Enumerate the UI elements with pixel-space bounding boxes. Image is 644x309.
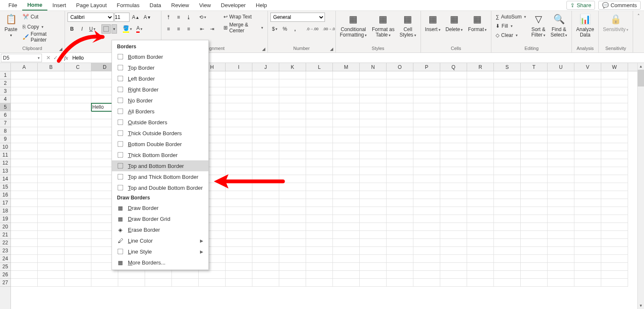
- cell-W10[interactable]: [601, 143, 628, 151]
- cell-P19[interactable]: [413, 215, 440, 223]
- cell-B22[interactable]: [38, 239, 65, 247]
- cell-I15[interactable]: [226, 183, 252, 191]
- cell-W21[interactable]: [601, 231, 628, 239]
- copy-button[interactable]: ⎘Copy: [21, 23, 62, 31]
- cell-C8[interactable]: [65, 127, 91, 135]
- cell-Q13[interactable]: [440, 167, 467, 175]
- cell-S6[interactable]: [494, 111, 521, 119]
- collapse-ribbon-button[interactable]: ˄: [633, 11, 644, 52]
- cell-S1[interactable]: [494, 71, 521, 79]
- column-header-B[interactable]: B: [38, 63, 65, 71]
- cell-M2[interactable]: [333, 79, 360, 87]
- cell-I18[interactable]: [226, 207, 252, 215]
- cell-J26[interactable]: [252, 271, 279, 279]
- orientation-button[interactable]: ⟲: [197, 13, 208, 22]
- cell-U20[interactable]: [548, 223, 574, 231]
- tab-formulas[interactable]: Formulas: [112, 0, 145, 10]
- cell-L16[interactable]: [306, 191, 333, 199]
- cell-P2[interactable]: [413, 79, 440, 87]
- cell-K6[interactable]: [279, 111, 306, 119]
- cell-P3[interactable]: [413, 87, 440, 95]
- cell-V8[interactable]: [574, 127, 601, 135]
- tab-review[interactable]: Review: [166, 0, 194, 10]
- cell-J15[interactable]: [252, 183, 279, 191]
- cell-U16[interactable]: [548, 191, 574, 199]
- cell-Q27[interactable]: [440, 279, 467, 287]
- cell-N25[interactable]: [360, 263, 387, 271]
- row-header-8[interactable]: 8: [0, 127, 10, 135]
- italic-button[interactable]: I: [78, 24, 87, 34]
- cell-V23[interactable]: [574, 247, 601, 255]
- row-header-9[interactable]: 9: [0, 135, 10, 143]
- cell-I22[interactable]: [226, 239, 252, 247]
- cell-V1[interactable]: [574, 71, 601, 79]
- insert-cells-button[interactable]: ▦Insert: [423, 13, 442, 32]
- cell-N26[interactable]: [360, 271, 387, 279]
- cell-L6[interactable]: [306, 111, 333, 119]
- cell-N11[interactable]: [360, 151, 387, 159]
- cell-N13[interactable]: [360, 167, 387, 175]
- cell-W14[interactable]: [601, 175, 628, 183]
- cell-L18[interactable]: [306, 207, 333, 215]
- cell-W6[interactable]: [601, 111, 628, 119]
- increase-font-button[interactable]: A▲: [130, 13, 141, 22]
- cell-S18[interactable]: [494, 207, 521, 215]
- tab-home[interactable]: Home: [22, 0, 47, 10]
- cell-M24[interactable]: [333, 255, 360, 263]
- cell-M8[interactable]: [333, 127, 360, 135]
- cell-O23[interactable]: [387, 247, 413, 255]
- cell-U15[interactable]: [548, 183, 574, 191]
- cell-L5[interactable]: [306, 103, 333, 111]
- border-option-erase-border[interactable]: ◈Erase Border: [112, 224, 208, 235]
- cell-W15[interactable]: [601, 183, 628, 191]
- column-header-Q[interactable]: Q: [440, 63, 467, 71]
- column-header-I[interactable]: I: [226, 63, 252, 71]
- cell-P9[interactable]: [413, 135, 440, 143]
- cell-T25[interactable]: [521, 263, 548, 271]
- cell-L23[interactable]: [306, 247, 333, 255]
- cell-A15[interactable]: [11, 183, 38, 191]
- cell-Q1[interactable]: [440, 71, 467, 79]
- cell-K11[interactable]: [279, 151, 306, 159]
- cell-M4[interactable]: [333, 95, 360, 103]
- row-header-27[interactable]: 27: [0, 279, 10, 287]
- cell-V27[interactable]: [574, 279, 601, 287]
- cell-R15[interactable]: [467, 183, 494, 191]
- cell-R5[interactable]: [467, 103, 494, 111]
- cell-T22[interactable]: [521, 239, 548, 247]
- column-header-S[interactable]: S: [494, 63, 521, 71]
- cell-O15[interactable]: [387, 183, 413, 191]
- cell-L9[interactable]: [306, 135, 333, 143]
- cell-K19[interactable]: [279, 215, 306, 223]
- cell-D26[interactable]: [91, 271, 118, 279]
- font-family-select[interactable]: Calibri: [68, 13, 114, 22]
- cell-T9[interactable]: [521, 135, 548, 143]
- cell-I20[interactable]: [226, 223, 252, 231]
- cell-N8[interactable]: [360, 127, 387, 135]
- cell-B16[interactable]: [38, 191, 65, 199]
- cell-W16[interactable]: [601, 191, 628, 199]
- cell-A10[interactable]: [11, 143, 38, 151]
- cell-A27[interactable]: [11, 279, 38, 287]
- cell-K15[interactable]: [279, 183, 306, 191]
- cell-P16[interactable]: [413, 191, 440, 199]
- cell-F26[interactable]: [145, 271, 172, 279]
- cell-S3[interactable]: [494, 87, 521, 95]
- cell-U8[interactable]: [548, 127, 574, 135]
- cell-M12[interactable]: [333, 159, 360, 167]
- cell-O17[interactable]: [387, 199, 413, 207]
- cell-N16[interactable]: [360, 191, 387, 199]
- cell-J10[interactable]: [252, 143, 279, 151]
- cell-Q19[interactable]: [440, 215, 467, 223]
- font-size-select[interactable]: [114, 13, 130, 22]
- cell-L8[interactable]: [306, 127, 333, 135]
- cell-K25[interactable]: [279, 263, 306, 271]
- cell-U21[interactable]: [548, 231, 574, 239]
- cell-R20[interactable]: [467, 223, 494, 231]
- cell-S8[interactable]: [494, 127, 521, 135]
- align-middle-button[interactable]: ≡: [174, 13, 183, 22]
- cell-N4[interactable]: [360, 95, 387, 103]
- cell-P23[interactable]: [413, 247, 440, 255]
- cell-H27[interactable]: [199, 279, 226, 287]
- cell-C4[interactable]: [65, 95, 91, 103]
